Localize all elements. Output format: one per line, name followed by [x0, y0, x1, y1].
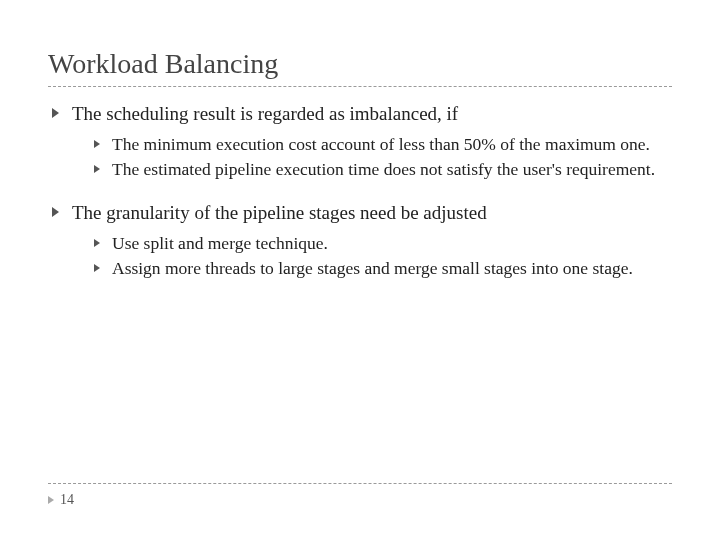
- title-divider: [48, 86, 672, 87]
- sub-bullet-item: Assign more threads to large stages and …: [90, 257, 672, 281]
- sub-bullet-text: The estimated pipeline execution time do…: [112, 159, 655, 179]
- sub-bullet-item: The estimated pipeline execution time do…: [90, 158, 672, 182]
- sub-bullet-item: Use split and merge technique.: [90, 232, 672, 256]
- sub-bullet-text: Use split and merge technique.: [112, 233, 328, 253]
- slide-title: Workload Balancing: [48, 48, 672, 80]
- bullet-list-level2: Use split and merge technique. Assign mo…: [90, 232, 672, 281]
- bullet-list-level2: The minimum execution cost account of le…: [90, 133, 672, 182]
- bullet-item: The granularity of the pipeline stages n…: [48, 200, 672, 281]
- sub-bullet-text: Assign more threads to large stages and …: [112, 258, 633, 278]
- page-number-marker-icon: [48, 496, 54, 504]
- sub-bullet-item: The minimum execution cost account of le…: [90, 133, 672, 157]
- footer-divider: [48, 483, 672, 484]
- slide-content: The scheduling result is regarded as imb…: [48, 101, 672, 281]
- page-number: 14: [48, 492, 74, 508]
- slide-footer: 14: [48, 483, 672, 508]
- slide: Workload Balancing The scheduling result…: [0, 0, 720, 540]
- page-number-text: 14: [60, 492, 74, 508]
- bullet-list-level1: The scheduling result is regarded as imb…: [48, 101, 672, 281]
- sub-bullet-text: The minimum execution cost account of le…: [112, 134, 650, 154]
- bullet-text: The scheduling result is regarded as imb…: [72, 103, 458, 124]
- bullet-text: The granularity of the pipeline stages n…: [72, 202, 487, 223]
- bullet-item: The scheduling result is regarded as imb…: [48, 101, 672, 182]
